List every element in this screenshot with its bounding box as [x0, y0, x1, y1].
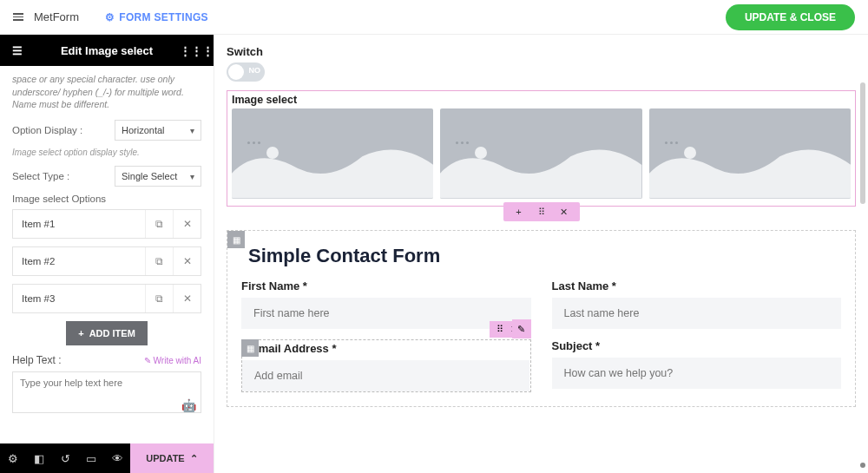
switch-toggle[interactable]: NO — [227, 62, 265, 82]
plus-icon: + — [78, 328, 83, 338]
select-type-label: Select Type : — [12, 171, 115, 181]
option-display-select[interactable]: Horizontal — [115, 120, 201, 141]
close-icon[interactable]: ✕ — [173, 210, 201, 238]
option-display-hint: Image select option display style. — [12, 148, 201, 157]
image-option[interactable] — [232, 108, 433, 199]
gear-icon: ⚙ — [105, 11, 115, 23]
form-settings-link[interactable]: ⚙ FORM SETTINGS — [105, 11, 208, 23]
switch-widget: Switch NO — [227, 45, 856, 82]
history-icon[interactable]: ↺ — [52, 452, 78, 465]
last-name-label: Last Name * — [552, 279, 842, 292]
settings-icon[interactable]: ⚙ — [0, 452, 26, 465]
help-text-input[interactable] — [12, 371, 201, 413]
option-display-value: Horizontal — [122, 125, 165, 135]
add-section-icon[interactable]: + — [512, 207, 526, 217]
help-text-label: Help Text : — [12, 354, 61, 366]
copy-icon[interactable]: ⧉ — [145, 285, 173, 312]
app-brand: MetForm — [13, 10, 79, 23]
first-name-field: First Name * — [241, 279, 531, 329]
image-select-widget[interactable]: Image select — [227, 90, 856, 207]
update-button[interactable]: UPDATE ⌃ — [130, 443, 214, 473]
last-name-input[interactable] — [552, 298, 842, 329]
grid-icon[interactable]: ⋮⋮⋮ — [187, 44, 205, 57]
menu-icon[interactable]: ☰ — [9, 44, 26, 57]
option-item[interactable]: Item #2 ⧉ ✕ — [12, 246, 201, 276]
last-name-field: Last Name * — [552, 279, 842, 329]
placeholder-mountain-icon — [649, 140, 851, 199]
sidebar-footer: ⚙ ◧ ↺ ▭ 👁 UPDATE ⌃ — [0, 443, 214, 473]
panel-header: ☰ Edit Image select ⋮⋮⋮ — [0, 35, 214, 66]
top-bar: MetForm ⚙ FORM SETTINGS UPDATE & CLOSE — [0, 0, 868, 35]
scrollbar-end-icon — [860, 463, 865, 468]
write-with-ai-link[interactable]: ✎ Write with AI — [144, 356, 201, 365]
options-section-label: Image select Options — [12, 194, 201, 204]
add-item-button[interactable]: + ADD ITEM — [66, 321, 148, 345]
form-settings-label: FORM SETTINGS — [119, 11, 208, 23]
close-icon[interactable]: ✕ — [173, 285, 201, 312]
option-display-label: Option Display : — [12, 125, 115, 135]
update-button-label: UPDATE — [146, 453, 184, 463]
placeholder-mountain-icon — [232, 140, 433, 199]
first-name-input[interactable] — [241, 298, 531, 329]
contact-form-title: Simple Contact Form — [248, 245, 841, 267]
elementor-icon[interactable] — [13, 13, 23, 21]
editor-sidebar: ☰ Edit Image select ⋮⋮⋮ space or any spe… — [0, 35, 214, 473]
placeholder-mountain-icon — [440, 140, 641, 199]
section-handle[interactable]: + ⠿ ✕ — [503, 202, 580, 221]
canvas: Switch NO Image select — [214, 35, 868, 473]
preview-icon[interactable]: 👁 — [104, 452, 130, 465]
subject-label: Subject * — [552, 339, 842, 352]
ai-bot-icon[interactable]: 🤖 — [181, 398, 196, 412]
option-item-label: Item #1 — [13, 219, 145, 229]
first-name-label: First Name * — [241, 279, 531, 292]
edit-widget-icon[interactable]: ✎ — [512, 319, 531, 338]
image-option[interactable] — [440, 108, 641, 199]
option-item-label: Item #3 — [13, 293, 145, 304]
email-input[interactable] — [242, 360, 529, 391]
close-icon[interactable]: ✕ — [557, 207, 571, 218]
drag-handle-icon[interactable]: ⠿ — [496, 324, 503, 335]
subject-field: Subject * — [552, 339, 842, 392]
panel-title: Edit Image select — [26, 44, 187, 57]
select-type-value: Single Select — [122, 171, 177, 181]
drag-handle-icon[interactable]: ⠿ — [535, 207, 549, 218]
scrollbar-thumb[interactable] — [860, 82, 865, 204]
copy-icon[interactable]: ⧉ — [145, 247, 173, 275]
copy-icon[interactable]: ⧉ — [145, 210, 173, 238]
layers-icon[interactable]: ◧ — [26, 452, 52, 465]
contact-form-section: ▦ Simple Contact Form First Name * Last … — [227, 230, 856, 407]
chevron-up-icon: ⌃ — [190, 453, 198, 464]
column-handle-icon[interactable]: ▦ — [227, 231, 245, 248]
option-item[interactable]: Item #1 ⧉ ✕ — [12, 209, 201, 239]
switch-label: Switch — [227, 45, 856, 58]
option-item[interactable]: Item #3 ⧉ ✕ — [12, 284, 201, 313]
app-name: MetForm — [34, 10, 79, 23]
update-and-close-button[interactable]: UPDATE & CLOSE — [726, 4, 855, 30]
image-option[interactable] — [649, 108, 851, 199]
responsive-icon[interactable]: ▭ — [78, 452, 104, 465]
close-icon[interactable]: ✕ — [173, 247, 201, 275]
name-hint: space or any special character. use only… — [12, 73, 201, 111]
image-select-label: Image select — [232, 94, 851, 106]
email-field: ▦ ⠿ ✕ ✎ Email Address * — [241, 339, 531, 392]
add-item-label: ADD ITEM — [89, 328, 135, 338]
email-label: Email Address * — [242, 340, 529, 355]
column-handle-icon[interactable]: ▦ — [241, 339, 259, 357]
subject-input[interactable] — [552, 358, 842, 389]
option-item-label: Item #2 — [13, 256, 145, 266]
switch-no-text: NO — [249, 66, 261, 75]
panel-body: space or any special character. use only… — [0, 66, 214, 443]
select-type-select[interactable]: Single Select — [115, 166, 201, 187]
